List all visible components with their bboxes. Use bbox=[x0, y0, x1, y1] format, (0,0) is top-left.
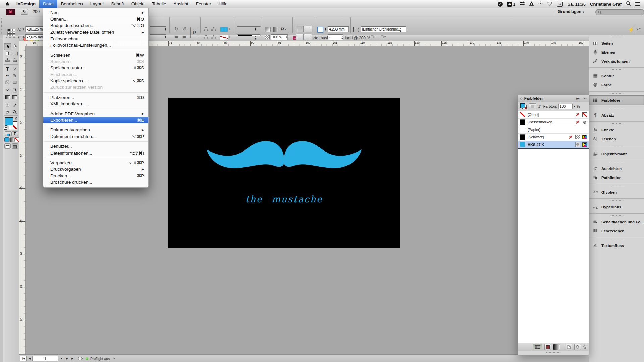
scale-x-field[interactable] bbox=[150, 26, 166, 27]
swatch-row-ohne[interactable]: [Ohne]✎ bbox=[518, 111, 589, 119]
file-menu-item-dokument-einrichten[interactable]: Dokument einrichten...⌥⌘P bbox=[43, 133, 148, 140]
file-menu-item-neu[interactable]: Neu▶ bbox=[43, 9, 148, 16]
panel-grip[interactable] bbox=[1, 18, 2, 34]
select-next-object-icon[interactable] bbox=[211, 34, 217, 40]
scale-x-stepper[interactable]: ▲▼ bbox=[164, 26, 167, 33]
gradient-swatch-tool[interactable] bbox=[4, 94, 11, 100]
control-panel-menu-icon[interactable]: ▾≡ bbox=[637, 27, 641, 31]
formatting-text-button[interactable]: T bbox=[538, 104, 541, 109]
toolbar-grip[interactable] bbox=[6, 37, 16, 38]
apply-color-button[interactable] bbox=[4, 137, 9, 142]
menubar-item-fenster[interactable]: Fenster bbox=[192, 0, 215, 8]
google-drive-icon[interactable] bbox=[529, 1, 534, 7]
keyboard-viewer-icon[interactable]: ∗ bbox=[557, 2, 563, 7]
file-menu-item-drucken[interactable]: Drucken...⌘P bbox=[43, 173, 148, 179]
direct-selection-tool[interactable] bbox=[11, 43, 18, 49]
stroke-style-dropdown[interactable] bbox=[237, 34, 261, 36]
menubar-item-datei[interactable]: Datei bbox=[39, 0, 57, 8]
y-stepper[interactable]: ▲▼ bbox=[22, 34, 25, 40]
file-menu-item-platzieren[interactable]: Platzieren...⌘D bbox=[43, 94, 148, 101]
rotate-cw-icon[interactable]: ↻ bbox=[173, 26, 180, 32]
pencil-tool[interactable]: ✎ bbox=[11, 72, 18, 79]
preflight-dropdown-arrow[interactable]: ▾ bbox=[110, 357, 118, 360]
formatting-affects-container-button[interactable] bbox=[5, 131, 11, 136]
select-content-icon[interactable] bbox=[211, 26, 217, 32]
last-page-button[interactable]: ▶∣ bbox=[70, 357, 76, 360]
gradient-feather-icon[interactable] bbox=[273, 27, 278, 32]
sync-status-icon[interactable]: ✓ bbox=[498, 2, 503, 7]
corner-shape-arrows[interactable]: ▲▼ bbox=[341, 35, 343, 40]
scissors-tool[interactable]: ✂ bbox=[4, 87, 11, 94]
dock-item-schaltfl-chen-und-fo[interactable]: Schaltflächen und Fo... bbox=[589, 217, 644, 226]
file-menu-item-speichern-unter[interactable]: Speichern unter...⇧⌘S bbox=[43, 65, 148, 71]
wifi-icon[interactable] bbox=[547, 1, 553, 7]
page-menu-arrow[interactable]: ▾ bbox=[58, 357, 64, 360]
file-menu-item-druckvorgaben[interactable]: Druckvorgaben▶ bbox=[43, 166, 148, 172]
preflight-status-label[interactable]: Preflight aus bbox=[90, 357, 110, 361]
apply-gradient-button[interactable] bbox=[9, 137, 14, 142]
menubar-clock[interactable]: Sa. 11:36 bbox=[567, 2, 586, 7]
dock-group-grip[interactable] bbox=[610, 93, 623, 94]
x-stepper[interactable]: ▲▼ bbox=[22, 26, 25, 33]
hand-tool[interactable] bbox=[4, 109, 11, 115]
dock-item-objektformate[interactable]: Objektformate bbox=[589, 149, 644, 158]
dock-item-verkn-pfungen[interactable]: Verknüpfungen bbox=[589, 57, 644, 66]
selection-tool[interactable] bbox=[4, 43, 11, 50]
swap-fill-stroke-icon[interactable]: ⇄ bbox=[14, 116, 18, 121]
flip-horizontal-icon[interactable]: ⇋ bbox=[173, 34, 180, 39]
tint-field[interactable]: 100 bbox=[558, 104, 573, 109]
apply-none-button[interactable] bbox=[14, 137, 19, 142]
dock-group-grip[interactable] bbox=[610, 69, 623, 70]
swatch-row-hks-47-k[interactable]: HKS 47 K bbox=[518, 141, 589, 149]
file-menu-item-schlie-en[interactable]: Schließen⌘W bbox=[43, 52, 148, 58]
dock-item-pathfinder[interactable]: Pathfinder bbox=[589, 173, 644, 182]
gap-tool[interactable]: ∣↔∣ bbox=[11, 50, 18, 57]
dock-group-grip[interactable] bbox=[610, 185, 623, 187]
reference-point-proxy[interactable] bbox=[7, 29, 15, 36]
clear-overrides-icon[interactable]: ❏⌁ bbox=[371, 35, 376, 39]
wrap-none-button[interactable] bbox=[296, 26, 304, 32]
wrap-jump-button[interactable] bbox=[304, 34, 312, 40]
pen-tool[interactable]: ✒ bbox=[4, 72, 11, 79]
wrap-bounding-box-button[interactable] bbox=[304, 26, 312, 32]
content-collector-tool[interactable] bbox=[4, 57, 11, 63]
file-menu-item-exportieren[interactable]: Exportieren...⌘E bbox=[43, 117, 148, 123]
free-transform-tool[interactable] bbox=[11, 87, 18, 94]
rectangle-tool[interactable] bbox=[11, 79, 18, 85]
file-menu-item-ffnen[interactable]: Öffnen...⌘O bbox=[43, 16, 148, 22]
dock-item-absatz[interactable]: ¶Absatz bbox=[589, 111, 644, 120]
bridge-button[interactable]: Br bbox=[21, 9, 28, 15]
stroke-color-swatch[interactable] bbox=[220, 35, 228, 40]
quick-apply-icon[interactable]: ⚡ bbox=[628, 27, 634, 33]
first-page-button[interactable]: ∣◀ bbox=[20, 356, 27, 361]
file-menu-item-bridge-durchsuchen[interactable]: Bridge durchsuchen...⌥⌘O bbox=[43, 22, 148, 29]
menubar-item-hilfe[interactable]: Hilfe bbox=[215, 0, 231, 8]
menubar-item-bearbeiten[interactable]: Bearbeiten bbox=[57, 0, 87, 8]
dock-group-grip[interactable] bbox=[610, 215, 623, 216]
dock-item-textumfluss[interactable]: Textumfluss bbox=[589, 241, 644, 250]
corner-options-icon[interactable] bbox=[353, 27, 359, 32]
dock-group-grip[interactable] bbox=[610, 36, 623, 38]
opacity-field[interactable]: 100 % bbox=[271, 34, 288, 40]
fill-color-swatch[interactable] bbox=[220, 27, 228, 32]
notification-center-icon[interactable] bbox=[635, 2, 640, 6]
fx-menu[interactable]: fx▾ bbox=[281, 26, 286, 31]
panel-expand-icon[interactable]: ▶▶ bbox=[576, 97, 579, 100]
opacity-arrow[interactable]: ▸ bbox=[286, 35, 288, 38]
fitting-value-field[interactable]: 4,233 mm bbox=[328, 26, 349, 32]
file-menu-item-foliovorschau[interactable]: Foliovorschau bbox=[43, 36, 148, 42]
file-menu-item-kopie-speichern[interactable]: Kopie speichern...⌥⌘S bbox=[43, 78, 148, 84]
show-gradient-swatches-button[interactable] bbox=[553, 344, 560, 350]
dock-group-grip[interactable] bbox=[610, 147, 623, 148]
select-prev-object-icon[interactable] bbox=[203, 34, 209, 40]
preview-view-button[interactable] bbox=[12, 143, 18, 149]
flip-vertical-icon[interactable]: ⇌ bbox=[181, 34, 188, 39]
rotate-ccw-icon[interactable]: ↺ bbox=[181, 26, 188, 32]
tint-slider-arrow[interactable]: ▸ bbox=[574, 105, 575, 108]
adobe-app-status[interactable]: A 1 bbox=[507, 2, 515, 7]
ruler-origin-box[interactable] bbox=[19, 41, 26, 46]
swatch-row-schwarz[interactable]: [Schwarz]✎ bbox=[518, 134, 589, 141]
search-input[interactable] bbox=[595, 9, 644, 15]
file-menu-item-xml-importieren[interactable]: XML importieren... bbox=[43, 101, 148, 107]
dock-item-zeichen[interactable]: A∣Zeichen bbox=[589, 134, 644, 143]
